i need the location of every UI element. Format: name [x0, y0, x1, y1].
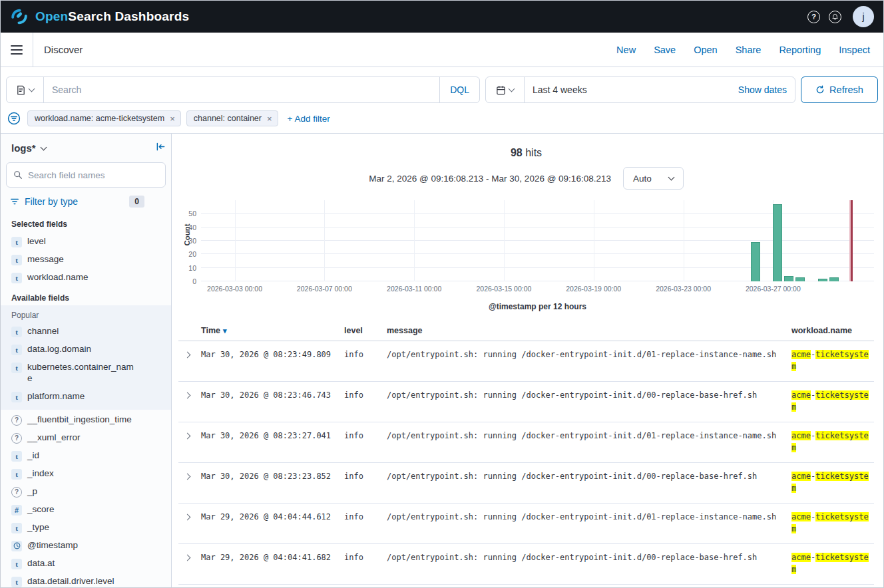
expand-row-icon[interactable]: [184, 392, 191, 399]
help-icon[interactable]: ?: [807, 11, 820, 23]
histogram-bar[interactable]: [773, 204, 782, 281]
field-item[interactable]: t message: [1, 251, 171, 269]
top-menu-link[interactable]: Reporting: [779, 45, 821, 55]
col-level[interactable]: level: [341, 321, 384, 341]
histogram-bar[interactable]: [818, 279, 827, 281]
field-type-icon: t: [11, 255, 22, 265]
time-range-button[interactable]: Last 4 weeks: [525, 84, 730, 95]
top-menu-link[interactable]: Inspect: [839, 45, 870, 55]
chevron-down-icon: [40, 144, 47, 150]
remove-filter-icon[interactable]: ×: [267, 114, 272, 123]
user-avatar[interactable]: j: [853, 6, 874, 27]
message-cell: /opt/entrypoint.sh: running /docker-entr…: [384, 544, 789, 585]
expand-row-icon[interactable]: [184, 433, 191, 440]
top-menu-link[interactable]: Open: [694, 45, 717, 55]
field-item[interactable]: t data.detail.driver.level: [1, 573, 171, 587]
top-menu-link[interactable]: Share: [736, 45, 762, 55]
expand-row-icon[interactable]: [184, 555, 191, 561]
top-menu-link[interactable]: New: [616, 45, 636, 55]
selected-fields-list: t level t message t workload.name: [1, 231, 171, 288]
menu-button[interactable]: [1, 33, 33, 67]
col-time[interactable]: Time▾: [198, 321, 341, 341]
level-cell: info: [341, 341, 384, 382]
hits-header: 98 hits: [178, 147, 874, 159]
search-input[interactable]: [44, 77, 439, 102]
histogram-bar[interactable]: [751, 242, 760, 281]
field-item[interactable]: t _type: [1, 519, 171, 537]
level-cell: info: [341, 544, 384, 585]
refresh-button[interactable]: Refresh: [801, 76, 878, 103]
table-row: Mar 29, 2026 @ 04:04:44.612 info /opt/en…: [178, 504, 874, 544]
filter-pills: workload.name: acme-ticketsystem × chann…: [27, 110, 278, 126]
sidebar-header: logs*: [1, 142, 171, 154]
top-menu-link[interactable]: Save: [654, 45, 676, 55]
expand-row-icon[interactable]: [184, 352, 191, 359]
search-icon: [13, 170, 23, 180]
filter-icon: [10, 197, 19, 206]
filter-pill[interactable]: workload.name: acme-ticketsystem ×: [27, 110, 181, 126]
x-axis-title: @timestamp per 12 hours: [201, 302, 874, 311]
col-workload[interactable]: workload.name: [789, 321, 874, 341]
histogram-bar[interactable]: [829, 277, 839, 281]
opensearch-dashboards-app: OpenSearch Dashboards ? j Discover New S…: [0, 0, 884, 588]
calendar-button[interactable]: [486, 77, 525, 102]
fields-sidebar: logs* Filter by type 0 Selected fields: [1, 134, 172, 587]
field-item[interactable]: t level: [1, 233, 171, 251]
popular-fields-list: t channel t data.log.domain t kubernetes…: [1, 321, 171, 407]
opensearch-logo-icon: [10, 7, 29, 26]
hits-count: 98: [511, 147, 523, 158]
field-item[interactable]: t data.log.domain: [1, 341, 171, 359]
workload-cell: acme-ticketsystem: [789, 422, 874, 463]
field-item[interactable]: t kubernetes.container_name: [1, 359, 171, 388]
histogram-bar[interactable]: [784, 276, 793, 281]
home-link[interactable]: OpenSearch Dashboards: [10, 7, 189, 26]
breadcrumb[interactable]: Discover: [44, 44, 83, 55]
chevron-down-icon: [29, 86, 35, 92]
query-language-button[interactable]: DQL: [439, 77, 479, 102]
field-type-icon: t: [11, 469, 22, 480]
bell-icon: [831, 13, 839, 21]
filter-by-type-button[interactable]: Filter by type 0: [1, 193, 171, 214]
expand-row-icon[interactable]: [184, 514, 191, 521]
field-item[interactable]: t data.at: [1, 555, 171, 573]
expand-cell: [178, 341, 198, 382]
field-item[interactable]: t channel: [1, 323, 171, 341]
field-search-input[interactable]: [28, 170, 158, 180]
level-cell: info: [341, 422, 384, 463]
field-item[interactable]: t platform.name: [1, 388, 171, 406]
add-filter-button[interactable]: + Add filter: [288, 114, 330, 124]
header-actions: ? j: [807, 6, 874, 27]
histogram-plot[interactable]: 01020304050: [201, 200, 874, 281]
expand-row-icon[interactable]: [184, 474, 191, 480]
col-message[interactable]: message: [384, 321, 789, 341]
global-filter-icon[interactable]: [6, 110, 22, 126]
field-item[interactable]: ? _p: [1, 483, 171, 501]
filter-pill[interactable]: channel: container ×: [186, 110, 278, 126]
workload-cell: acme-ticketsystem: [789, 382, 874, 422]
field-item[interactable]: t _index: [1, 465, 171, 483]
field-name: _p: [27, 486, 37, 498]
index-pattern-selector[interactable]: logs*: [11, 142, 46, 154]
field-name: platform.name: [27, 391, 85, 402]
histogram-bar[interactable]: [795, 277, 805, 281]
remove-filter-icon[interactable]: ×: [170, 114, 175, 123]
level-cell: info: [341, 463, 384, 504]
message-cell: /opt/entrypoint.sh: running /docker-entr…: [384, 422, 789, 463]
saved-query-icon: [16, 85, 26, 95]
field-item[interactable]: t _id: [1, 447, 171, 465]
saved-query-menu-button[interactable]: [7, 77, 44, 102]
field-item[interactable]: ? __xuml_error: [1, 429, 171, 447]
collapse-sidebar-button[interactable]: [156, 142, 166, 154]
app-navbar: Discover New Save Open Share Reporting I…: [1, 33, 883, 67]
field-item[interactable]: t workload.name: [1, 269, 171, 287]
table-header-row: Time▾ level message workload.name: [178, 321, 874, 341]
message-cell: /opt/entrypoint.sh: running /docker-entr…: [384, 341, 789, 382]
show-dates-button[interactable]: Show dates: [730, 84, 795, 95]
field-item[interactable]: ? __fluentbit_ingestion_time: [1, 411, 171, 429]
current-time-marker: [849, 200, 853, 281]
notifications-icon[interactable]: [829, 11, 841, 23]
field-item[interactable]: @timestamp: [1, 537, 171, 555]
field-item[interactable]: # _score: [1, 501, 171, 519]
sort-desc-icon[interactable]: ▾: [223, 327, 227, 335]
interval-select[interactable]: Auto: [623, 167, 684, 190]
